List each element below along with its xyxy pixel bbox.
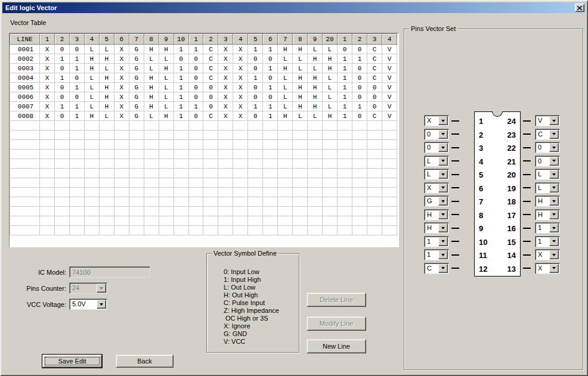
vector-cell[interactable]: V xyxy=(382,102,397,111)
vector-cell[interactable]: 0 xyxy=(263,92,278,102)
vector-cell[interactable]: H xyxy=(84,111,99,121)
vector-cell[interactable]: 1 xyxy=(174,73,188,83)
vector-cell[interactable]: 0 xyxy=(338,45,352,54)
vector-cell[interactable]: H xyxy=(99,102,114,111)
vector-cell[interactable]: 1 xyxy=(338,111,352,121)
vector-cell[interactable]: X xyxy=(218,64,233,73)
vector-cell[interactable]: H xyxy=(99,54,114,64)
vector-cell[interactable]: H xyxy=(144,45,159,54)
vector-cell[interactable]: 0 xyxy=(188,73,203,83)
vector-cell[interactable]: 1 xyxy=(174,64,188,73)
vector-cell[interactable]: H xyxy=(293,73,308,83)
dropdown-arrow-icon[interactable] xyxy=(549,210,559,219)
vector-row[interactable]: 0002X11HHXGLL00CXX00LLHH11CV xyxy=(10,54,397,64)
vector-cell[interactable]: X xyxy=(114,54,129,64)
pin-22-combo[interactable]: 0 xyxy=(535,142,560,153)
dropdown-arrow-icon[interactable] xyxy=(97,300,106,309)
pin-18-combo[interactable]: H xyxy=(535,195,560,207)
vector-cell[interactable]: X xyxy=(218,111,233,121)
vector-cell[interactable]: 0 xyxy=(203,92,218,102)
vector-cell[interactable]: 0 xyxy=(203,83,218,92)
vector-cell[interactable]: H xyxy=(159,45,174,54)
pin-3-combo[interactable]: 0 xyxy=(424,142,449,153)
vector-cell[interactable]: 1 xyxy=(263,111,278,121)
vector-cell[interactable]: L xyxy=(144,54,159,64)
vector-cell[interactable]: C xyxy=(367,73,382,83)
vector-cell[interactable]: 0 xyxy=(367,83,382,92)
vector-cell[interactable]: L xyxy=(159,83,174,92)
vector-cell[interactable]: 0 xyxy=(54,111,69,121)
dropdown-arrow-icon[interactable] xyxy=(438,143,448,152)
vector-cell[interactable]: 0 xyxy=(352,92,367,102)
vector-cell[interactable]: H xyxy=(308,83,323,92)
vector-cell[interactable]: X xyxy=(233,83,248,92)
vector-cell[interactable]: 0 xyxy=(367,92,382,102)
vector-cell[interactable]: X xyxy=(40,45,55,54)
vector-cell[interactable]: G xyxy=(129,92,144,102)
vector-cell[interactable]: C xyxy=(367,111,382,121)
vector-cell[interactable]: H xyxy=(293,102,308,111)
vector-cell[interactable]: L xyxy=(84,73,99,83)
vector-cell[interactable]: L xyxy=(278,73,293,83)
vector-cell[interactable]: G xyxy=(129,45,144,54)
vector-cell[interactable]: X xyxy=(233,102,248,111)
vector-cell[interactable]: X xyxy=(233,73,248,83)
vector-cell[interactable]: X xyxy=(233,54,248,64)
vector-cell[interactable]: L xyxy=(323,73,338,83)
vector-cell[interactable]: H xyxy=(308,102,323,111)
vector-cell[interactable]: 0 xyxy=(352,73,367,83)
vector-cell[interactable]: 1 xyxy=(174,92,188,102)
vector-cell[interactable]: H xyxy=(323,54,338,64)
dropdown-arrow-icon[interactable] xyxy=(549,197,559,206)
vector-cell[interactable]: 0 xyxy=(54,92,69,102)
vector-cell[interactable]: L xyxy=(308,64,323,73)
vector-cell[interactable]: H xyxy=(278,111,293,121)
vector-cell[interactable]: V xyxy=(382,54,397,64)
vector-cell[interactable]: L xyxy=(278,102,293,111)
vector-cell[interactable]: 1 xyxy=(69,111,84,121)
vector-cell[interactable]: 1 xyxy=(352,54,367,64)
vector-cell[interactable]: C xyxy=(367,45,382,54)
vector-cell[interactable]: L xyxy=(159,54,174,64)
vector-cell[interactable]: 1 xyxy=(263,83,278,92)
vector-cell[interactable]: 0 xyxy=(188,54,203,64)
vector-cell[interactable]: 0 xyxy=(188,111,203,121)
vector-cell[interactable]: H xyxy=(159,111,174,121)
pin-23-combo[interactable]: C xyxy=(535,129,560,140)
dropdown-arrow-icon[interactable] xyxy=(438,170,448,179)
vector-cell[interactable]: X xyxy=(40,111,55,121)
vector-cell[interactable]: X xyxy=(114,92,129,102)
dropdown-arrow-icon[interactable] xyxy=(549,157,559,166)
vector-cell[interactable]: 1 xyxy=(248,73,263,83)
vector-cell[interactable]: L xyxy=(99,45,114,54)
vector-cell[interactable]: L xyxy=(293,64,308,73)
vector-row[interactable]: 0004X10LHXGHL10CXX10LHHL10CV xyxy=(10,73,397,83)
vector-cell[interactable]: G xyxy=(129,83,144,92)
vector-cell[interactable]: 0 xyxy=(352,64,367,73)
vector-cell[interactable]: G xyxy=(129,111,144,121)
pin-10-combo[interactable]: 1 xyxy=(424,236,449,247)
pin-7-combo[interactable]: G xyxy=(424,195,449,207)
vector-cell[interactable]: L xyxy=(99,111,114,121)
vector-cell[interactable]: 0 xyxy=(69,45,84,54)
pin-13-combo[interactable]: X xyxy=(535,263,560,274)
vector-cell[interactable]: L xyxy=(84,45,99,54)
vector-row[interactable]: 0003X01HLXGLH10CXX01HLLH10CV xyxy=(10,64,397,73)
pin-11-combo[interactable]: 1 xyxy=(424,249,449,260)
vector-cell[interactable]: L xyxy=(278,54,293,64)
vector-cell[interactable]: V xyxy=(382,83,397,92)
vector-cell[interactable]: 1 xyxy=(338,102,352,111)
pin-9-combo[interactable]: H xyxy=(424,222,449,234)
vector-cell[interactable]: 0 xyxy=(203,102,218,111)
vector-cell[interactable]: 0 xyxy=(352,45,367,54)
vector-cell[interactable]: H xyxy=(144,92,159,102)
vector-cell[interactable]: 1 xyxy=(69,64,84,73)
vector-cell[interactable]: X xyxy=(114,73,129,83)
vector-cell[interactable]: C xyxy=(203,73,218,83)
dropdown-arrow-icon[interactable] xyxy=(438,157,448,166)
pin-17-combo[interactable]: H xyxy=(535,209,560,220)
vector-cell[interactable]: 0 xyxy=(69,73,84,83)
vector-row[interactable]: 0008X01HLXGLH10CXX01HLLH10CV xyxy=(10,111,397,121)
vector-cell[interactable]: L xyxy=(323,102,338,111)
vector-cell[interactable]: L xyxy=(278,92,293,102)
